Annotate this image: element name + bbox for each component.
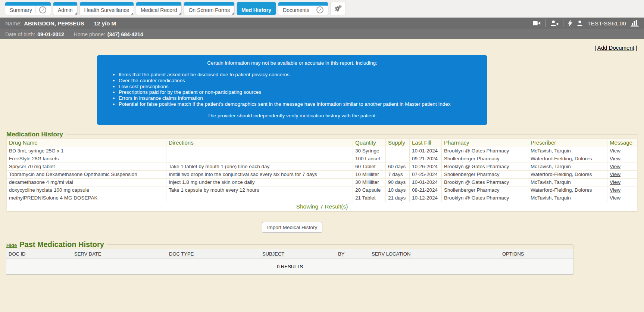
tab-documents-label: Documents bbox=[283, 7, 309, 13]
patient-age-sex: 12 y/o M bbox=[94, 20, 116, 27]
import-row: Import Medical History bbox=[97, 222, 487, 233]
col-header-directions: Directions bbox=[166, 138, 353, 147]
patient-name: ABINGDON, PERSEUS bbox=[24, 20, 84, 27]
cell-drug: doxycycline hyclate 100 mg capsule bbox=[7, 186, 166, 194]
settings-button[interactable] bbox=[331, 2, 346, 15]
notice-footer: The provider should independently verify… bbox=[104, 113, 481, 118]
dob-label: Date of birth: bbox=[5, 31, 35, 37]
tab-summary[interactable]: Summary ↗ bbox=[5, 2, 51, 15]
tab-accent-stripe bbox=[278, 2, 328, 6]
view-message-link[interactable]: View bbox=[610, 156, 620, 161]
tab-med-history[interactable]: Med History bbox=[237, 2, 276, 15]
gear-icon bbox=[334, 5, 342, 12]
notice-bullet: Low cost prescriptions bbox=[119, 84, 481, 90]
tab-admin-label: Admin bbox=[58, 7, 73, 13]
cell-drug: FreeStyle 28G lancets bbox=[7, 155, 166, 163]
tab-documents[interactable]: Documents ↗ bbox=[278, 2, 328, 15]
past-medication-history-section: Hide Past Medication History DOC ID SERV… bbox=[6, 240, 574, 275]
popout-arrow-icon[interactable]: ↗ bbox=[316, 6, 323, 13]
video-camera-icon[interactable] bbox=[533, 20, 541, 26]
view-message-link[interactable]: View bbox=[610, 148, 620, 154]
cell-last-fill: 10-01-2024 bbox=[410, 178, 442, 186]
hide-link[interactable]: Hide bbox=[6, 243, 17, 248]
col-header-serv-date[interactable]: SERV DATE bbox=[74, 251, 101, 257]
cell-quantity: 60 Tablet bbox=[353, 163, 386, 170]
cell-prescriber: McTavish, Tarquin bbox=[528, 194, 607, 202]
view-message-link[interactable]: View bbox=[610, 195, 620, 201]
lightning-icon[interactable] bbox=[568, 20, 572, 27]
cell-prescriber: Waterford-Fielding, Dolores bbox=[528, 170, 607, 178]
notice-bullet: Items that the patient asked not be disc… bbox=[119, 72, 481, 78]
cell-drug: Tobramycin and Dexamethasone Ophthalmic … bbox=[7, 170, 166, 178]
view-message-link[interactable]: View bbox=[610, 172, 620, 177]
cell-directions: Instill two drops into the conjunctival … bbox=[166, 170, 353, 178]
account-id: TEST-SS61.00 bbox=[587, 20, 626, 27]
bar-chart-icon[interactable] bbox=[631, 20, 639, 27]
cell-directions: Inject 1.8 mg under the skin once daily bbox=[166, 178, 353, 186]
col-header-serv-location[interactable]: SERV LOCATION bbox=[372, 251, 410, 257]
cell-last-fill: 10-12-2024 bbox=[410, 194, 442, 202]
col-header-quantity: Quantity bbox=[353, 138, 386, 147]
col-header-supply: Supply bbox=[386, 138, 410, 147]
col-header-by[interactable]: BY bbox=[338, 251, 344, 257]
table-row: methylPREDNISolone 4 MG DOSEPAK 21 Table… bbox=[7, 194, 638, 202]
cell-quantity: 30 Milliliter bbox=[353, 178, 386, 186]
cell-pharmacy: Brooklyn @ Gates Pharmacy bbox=[442, 163, 528, 170]
col-header-prescriber: Prescriber bbox=[528, 138, 607, 147]
results-count: Showing 7 Result(s) bbox=[7, 202, 638, 211]
col-header-options[interactable]: OPTIONS bbox=[502, 251, 524, 257]
tab-accent-stripe bbox=[184, 2, 234, 6]
dropdown-fold-icon bbox=[232, 12, 234, 15]
past-medication-history-title: Past Medication History bbox=[19, 240, 104, 249]
cell-quantity: 20 Capsule bbox=[353, 186, 386, 194]
col-header-drug-name: Drug Name bbox=[7, 138, 166, 147]
patient-subheader-bar: Date of birth: 09-01-2012 Home phone: (3… bbox=[0, 29, 644, 39]
cell-directions: Take 1 capsule by mouth every 12 hours bbox=[166, 186, 353, 194]
tab-admin[interactable]: Admin bbox=[53, 2, 77, 15]
cell-last-fill: 07-25-2024 bbox=[410, 170, 442, 178]
cell-drug: BD 3mL syringe 25G x 1 bbox=[7, 147, 166, 155]
cell-pharmacy: Shollenberger Pharmacy bbox=[442, 186, 528, 194]
tab-health-surveillance[interactable]: Health Surveillance bbox=[80, 2, 134, 15]
cell-prescriber: McTavish, Tarquin bbox=[528, 147, 607, 155]
cell-directions: Take 1 tablet by mouth 1 (one) time each… bbox=[166, 163, 353, 170]
cell-prescriber: McTavish, Tarquin bbox=[528, 178, 607, 186]
cell-drug: Sprycel 70 mg tablet bbox=[7, 163, 166, 170]
table-row: doxycycline hyclate 100 mg capsule Take … bbox=[7, 186, 638, 194]
tab-accent-stripe bbox=[5, 2, 51, 6]
cell-supply: 21 days bbox=[386, 194, 410, 202]
table-row: dexamethasone 4 mg/ml vial Inject 1.8 mg… bbox=[7, 178, 638, 186]
import-medical-history-button[interactable]: Import Medical History bbox=[262, 222, 322, 233]
cell-directions bbox=[166, 155, 353, 163]
tab-med-history-label: Med History bbox=[241, 7, 271, 13]
home-phone-label: Home phone: bbox=[74, 31, 105, 37]
cell-quantity: 21 Tablet bbox=[353, 194, 386, 202]
tab-divider bbox=[35, 6, 36, 13]
tab-medical-record-label: Medical Record bbox=[141, 7, 177, 13]
col-header-doc-type[interactable]: DOC TYPE bbox=[169, 251, 194, 257]
col-header-pharmacy: Pharmacy bbox=[442, 138, 528, 147]
add-document-row: | Add Document | bbox=[6, 39, 638, 52]
notice-title: Certain information may not be available… bbox=[104, 60, 481, 66]
tab-on-screen-forms[interactable]: On Screen Forms bbox=[184, 2, 234, 15]
cell-last-fill: 10-01-2024 bbox=[410, 147, 442, 155]
popout-arrow-icon[interactable]: ↗ bbox=[39, 6, 46, 13]
col-header-message: Message bbox=[607, 138, 638, 147]
table-row: FreeStyle 28G lancets 100 Lancet 09-21-2… bbox=[7, 155, 638, 163]
dropdown-fold-icon bbox=[75, 12, 77, 15]
patient-dob: 09-01-2012 bbox=[37, 31, 64, 37]
add-user-icon[interactable] bbox=[550, 20, 559, 27]
name-label: Name: bbox=[5, 20, 22, 27]
cell-supply: 60 days bbox=[386, 163, 410, 170]
cell-drug: dexamethasone 4 mg/ml vial bbox=[7, 178, 166, 186]
view-message-link[interactable]: View bbox=[610, 179, 620, 185]
medication-history-table: Drug Name Directions Quantity Supply Las… bbox=[6, 138, 638, 211]
col-header-subject[interactable]: SUBJECT bbox=[262, 251, 284, 257]
col-header-doc-id[interactable]: DOC ID bbox=[9, 251, 26, 257]
cell-pharmacy: Shollenberger Pharmacy bbox=[442, 155, 528, 163]
view-message-link[interactable]: View bbox=[610, 164, 620, 169]
add-document-link[interactable]: Add Document bbox=[597, 44, 634, 51]
view-message-link[interactable]: View bbox=[610, 187, 620, 193]
tab-medical-record[interactable]: Medical Record bbox=[136, 2, 181, 15]
main-content: | Add Document | Certain information may… bbox=[0, 39, 644, 275]
